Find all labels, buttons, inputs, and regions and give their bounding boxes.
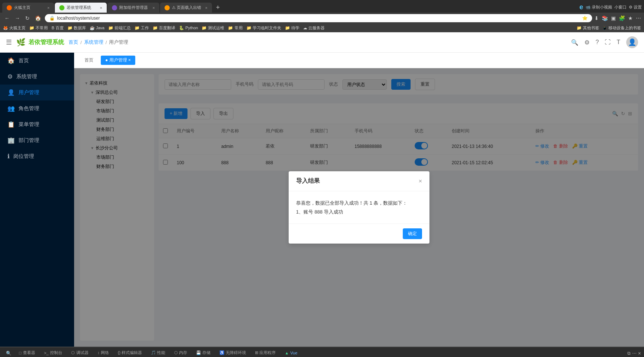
forward-button[interactable]: →: [13, 14, 21, 22]
logo-icon: 🌿: [16, 38, 26, 47]
page-content: ▼ 若依科技 ▼ 深圳总公司 研发部门 市场部门 测试部门: [74, 68, 644, 347]
devtools-tab-debugger[interactable]: ⬡ 调试器: [67, 347, 93, 357]
tab-close-4[interactable]: ×: [205, 6, 208, 10]
star-icon[interactable]: ★: [628, 15, 633, 21]
ext-icon[interactable]: 🧩: [619, 15, 625, 21]
page-tab-users[interactable]: ● 用户管理 ×: [101, 56, 135, 65]
breadcrumb-current: 用户管理: [109, 39, 128, 46]
logo-text: 若依管理系统: [29, 39, 64, 46]
devtools-tab-console[interactable]: >_ 控制台: [40, 347, 67, 357]
tab-close-1[interactable]: ×: [47, 6, 50, 10]
app-header: ☰ 🌿 若依管理系统 首页 / 系统管理 / 用户管理 🔍 ⚙ ? ⛶ T 👤: [0, 32, 644, 53]
search-icon[interactable]: 🔍: [571, 39, 578, 46]
devtools-popout-btn[interactable]: ⧉: [627, 351, 631, 356]
sidebar-item-users[interactable]: 👤 用户管理: [0, 85, 74, 100]
tab-error[interactable]: ⚠ 页面载入出错 ×: [160, 3, 212, 13]
bookmark-todo[interactable]: 📁 待学: [285, 25, 299, 31]
fullscreen-icon[interactable]: ⛶: [605, 39, 611, 46]
sync-icon: e: [580, 3, 583, 11]
devtools-tab-a11y[interactable]: ♿ 无障碍环境: [215, 347, 250, 357]
devtools-tab-storage[interactable]: 💾 存储: [192, 347, 215, 357]
devtools-tab-perf[interactable]: 🎵 性能: [146, 347, 170, 357]
sidebar-item-system[interactable]: ⚙ 系统管理: [0, 69, 74, 85]
devtools-tab-vue[interactable]: ▲ Vue: [280, 348, 302, 357]
back-button[interactable]: ←: [3, 14, 11, 22]
devtools-inspect-icon[interactable]: 🔍: [3, 348, 14, 357]
font-icon[interactable]: T: [617, 39, 620, 46]
devtools-tab-network[interactable]: ↕ 网络: [93, 347, 113, 357]
devtools-tab-app[interactable]: ⊞ 应用程序: [250, 347, 280, 357]
menus-icon: 📋: [7, 121, 15, 128]
devtools-close-btn[interactable]: ×: [638, 350, 641, 356]
address-bar[interactable]: 🔒 localhost/system/user ⭐: [45, 14, 592, 22]
address-text: localhost/system/user: [57, 16, 100, 21]
bookmark-test-ops[interactable]: 📁 测试运维: [202, 25, 224, 31]
roles-icon: 👥: [7, 105, 15, 112]
bookmark-baidu[interactable]: B 百度: [52, 25, 63, 31]
bookmark-other[interactable]: 📁 其他书签: [577, 25, 599, 31]
page-tab-home[interactable]: 首页: [80, 56, 98, 65]
library-icon[interactable]: 📚: [602, 15, 608, 21]
github-icon[interactable]: ⚙: [584, 39, 590, 46]
tab-close-3[interactable]: ×: [153, 6, 155, 10]
devtools-window-controls: ⧉ ⋯ ×: [627, 350, 641, 356]
help-icon[interactable]: ?: [595, 39, 599, 46]
download-icon[interactable]: ⬇: [594, 15, 599, 21]
more-icon[interactable]: ⋯: [636, 15, 641, 21]
bookmark-python[interactable]: 🐍 Python: [179, 26, 198, 30]
sidebar-label-depts: 部门管理: [19, 137, 39, 144]
sidebar-item-roles[interactable]: 👥 角色管理: [0, 100, 74, 116]
bookmark-firefoxhome[interactable]: 🦊 火狐主页: [3, 25, 26, 31]
devtools-more-btn[interactable]: ⋯: [632, 351, 637, 356]
small-window-btn[interactable]: 小窗口: [614, 4, 627, 10]
sidebar: 🏠 首页 ⚙ 系统管理 👤 用户管理 👥 角色管理 📋 菜单管理 🏢 部门: [0, 53, 74, 347]
sidebar-item-home[interactable]: 🏠 首页: [0, 53, 74, 69]
debugger-icon: ⬡: [71, 350, 75, 355]
home-button[interactable]: 🏠: [33, 14, 43, 22]
hamburger-menu[interactable]: ☰: [6, 38, 12, 46]
bookmark-java[interactable]: ☕ Java: [90, 26, 104, 30]
bookmark-study[interactable]: 📁 学习临时文件夹: [246, 25, 281, 31]
record-btn[interactable]: 📹 录制小视频: [585, 4, 612, 10]
settings-btn[interactable]: ⚙ 设置: [629, 4, 642, 10]
dialog-detail: 1、账号 888 导入成功: [296, 208, 422, 216]
bookmark-db[interactable]: 📁 数据库: [67, 25, 86, 31]
bookmark-uncommon[interactable]: 📁 不常用: [29, 25, 48, 31]
tab-icon-2: [59, 5, 64, 10]
vue-tab-icon: ▲: [285, 351, 289, 355]
bookmark-frontend[interactable]: 📁 前端汇总: [108, 25, 131, 31]
tab-label-3: 附加组件管理器: [119, 5, 148, 10]
tab-firefoxhome[interactable]: 火狐主页 ×: [2, 3, 54, 13]
new-tab-button[interactable]: +: [213, 2, 223, 13]
devtools-tab-inspector[interactable]: □ 查看器: [14, 347, 40, 357]
avatar[interactable]: 👤: [626, 36, 638, 48]
tab-bar: 火狐主页 × 若依管理系统 × 附加组件管理器 × ⚠ 页面载入出错 × + e…: [0, 0, 644, 13]
sidebar-item-menus[interactable]: 📋 菜单管理: [0, 116, 74, 132]
bookmark-mobile[interactable]: 📱 移动设备上的书签: [602, 25, 641, 31]
sidebar-item-depts[interactable]: 🏢 部门管理: [0, 132, 74, 148]
posts-icon: ℹ: [7, 153, 10, 160]
tab-close-2[interactable]: ×: [100, 6, 102, 10]
sidebar-label-posts: 岗位管理: [13, 153, 34, 160]
app-logo: 🌿 若依管理系统: [16, 38, 64, 47]
inspector-icon: □: [19, 351, 21, 355]
breadcrumb-system[interactable]: 系统管理: [84, 39, 103, 46]
dialog-confirm-button[interactable]: 确定: [403, 228, 422, 239]
sidebar-toggle-icon[interactable]: ▣: [611, 15, 616, 21]
bookmark-work[interactable]: 📁 工作: [135, 25, 149, 31]
bookmark-common[interactable]: 📁 常用: [228, 25, 242, 31]
refresh-button[interactable]: ↻: [24, 14, 31, 22]
main-layout: 🏠 首页 ⚙ 系统管理 👤 用户管理 👥 角色管理 📋 菜单管理 🏢 部门: [0, 53, 644, 347]
devtools-tab-memory[interactable]: ⬡ 内存: [170, 347, 192, 357]
devtools-tab-style[interactable]: {} 样式编辑器: [113, 347, 146, 357]
bookmark-translate[interactable]: 📁 百度翻译: [153, 25, 175, 31]
breadcrumb-home[interactable]: 首页: [69, 39, 78, 46]
dialog-close-button[interactable]: ×: [419, 178, 422, 185]
sidebar-item-posts[interactable]: ℹ 岗位管理: [0, 148, 74, 164]
browser-toolbar: ← → ↻ 🏠 🔒 localhost/system/user ⭐ ⬇ 📚 ▣ …: [0, 13, 644, 24]
tab-addons[interactable]: 附加组件管理器 ×: [107, 3, 159, 13]
tab-ruoyi[interactable]: 若依管理系统 ×: [55, 3, 107, 13]
bookmark-cloud[interactable]: ☁ 云服务器: [303, 25, 325, 31]
sidebar-label-menus: 菜单管理: [19, 121, 39, 128]
bookmark-icon[interactable]: ⭐: [582, 16, 588, 21]
